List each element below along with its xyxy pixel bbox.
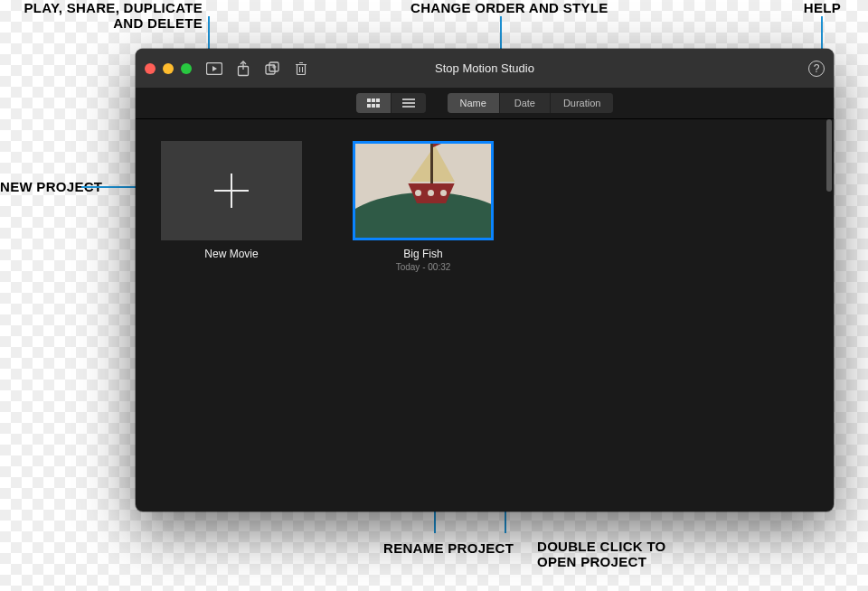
new-project-button[interactable] [161,141,302,240]
svg-rect-8 [297,64,306,74]
sort-duration-button[interactable]: Duration [550,93,614,113]
annot-rename: RENAME PROJECT [383,540,514,556]
svg-marker-1 [212,66,217,71]
close-window-button[interactable] [145,63,156,74]
share-button[interactable] [235,61,251,77]
view-grid-button[interactable] [356,93,391,113]
toolbar-action-group [206,61,309,77]
view-list-button[interactable] [391,93,426,113]
help-button[interactable]: ? [808,61,825,77]
list-icon [402,98,415,108]
svg-rect-18 [376,104,380,108]
svg-rect-17 [372,104,375,108]
view-sort-toolbar: Name Date Duration [136,88,834,119]
new-project-label: New Movie [204,248,258,260]
sort-name-button[interactable]: Name [448,93,499,113]
project-thumbnail[interactable] [353,141,494,240]
sort-segment: Name Date Duration [448,93,614,113]
svg-rect-20 [402,102,415,104]
help-icon: ? [814,62,820,75]
annot-double-click: DOUBLE CLICK TOOPEN PROJECT [537,539,666,570]
duplicate-button[interactable] [264,61,280,77]
project-title[interactable]: Big Fish [403,248,442,260]
window-controls [145,63,192,74]
annot-help: HELP [804,0,841,15]
grid-icon [367,98,380,108]
annot-play-share: PLAY, SHARE, DUPLICATEAND DELETE [13,0,203,32]
titlebar: Stop Motion Studio ? [136,49,834,88]
view-style-segment [356,93,426,113]
svg-rect-21 [402,106,415,108]
new-project-card: New Movie [161,141,302,260]
svg-rect-15 [376,98,380,102]
annot-new-project: NEW PROJECT [0,179,79,194]
play-button[interactable] [206,61,222,77]
project-subtitle: Today - 00:32 [396,262,451,272]
sort-date-button[interactable]: Date [499,93,550,113]
svg-rect-16 [367,104,371,108]
plus-icon [214,174,249,208]
delete-button[interactable] [293,61,309,77]
thumbnail-image [355,144,491,238]
app-window: Stop Motion Studio ? Name Date Duration … [136,49,834,511]
project-card-big-fish: Big Fish Today - 00:32 [353,141,494,272]
fullscreen-window-button[interactable] [181,63,192,74]
minimize-window-button[interactable] [163,63,174,74]
svg-rect-14 [372,98,375,102]
annot-change-order: CHANGE ORDER AND STYLE [410,0,609,15]
svg-rect-19 [402,98,415,100]
project-grid: New Movie Big Fish Today - 00:32 [136,119,834,511]
svg-rect-13 [367,98,371,102]
scrollbar-thumb[interactable] [826,119,832,192]
